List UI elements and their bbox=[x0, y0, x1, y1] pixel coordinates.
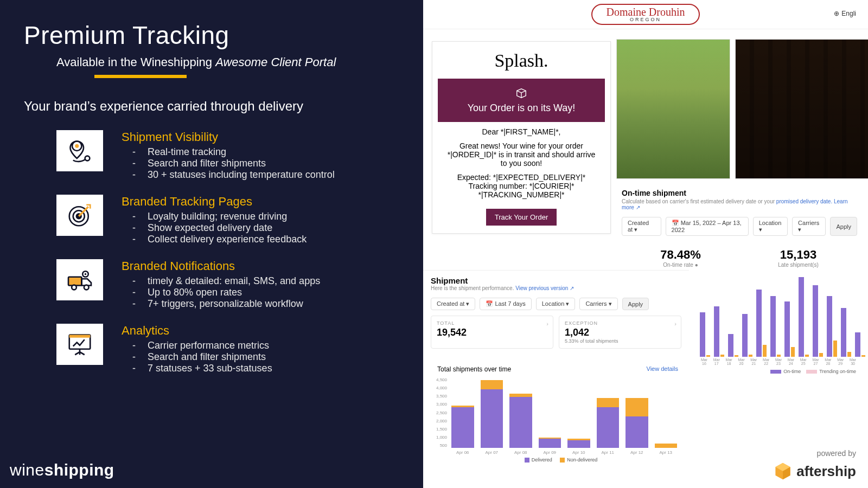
feature-bullet: Loyalty building; revenue driving bbox=[122, 211, 307, 222]
panel-title: Shipment bbox=[431, 276, 681, 285]
tagline: Your brand’s experience carried through … bbox=[16, 99, 423, 114]
email-expected: Expected: *|EXPECTED_DELIVERY|* bbox=[457, 173, 586, 182]
feature-heading: Branded Notifications bbox=[122, 259, 320, 273]
feature-bullet: Collect delivery experience feedback bbox=[122, 234, 307, 245]
feature-bullet: Carrier performance metrics bbox=[122, 340, 272, 351]
panel-subtitle: Calculate based on carrier's first estim… bbox=[622, 198, 776, 204]
feature-analytics: Analytics Carrier performance metrics Se… bbox=[56, 324, 423, 374]
feature-notifications: Branded Notifications timely & detailed:… bbox=[56, 259, 423, 310]
feature-heading: Shipment Visibility bbox=[122, 130, 335, 144]
chevron-right-icon: › bbox=[674, 320, 676, 327]
barrel-room-photo bbox=[735, 39, 868, 179]
created-at-filter[interactable]: Created at ▾ bbox=[622, 217, 661, 236]
feature-bullet: Show expected delivery date bbox=[122, 222, 307, 234]
accent-rule bbox=[94, 75, 187, 78]
feature-bullet: timely & detailed: email, SMS, and apps bbox=[122, 275, 320, 287]
delivery-truck-icon bbox=[56, 259, 103, 300]
location-filter[interactable]: Location ▾ bbox=[536, 298, 576, 310]
email-courier: Tracking number: *|COURIER|* bbox=[468, 182, 574, 190]
card-label: TOTAL bbox=[437, 320, 547, 326]
target-icon bbox=[56, 195, 103, 236]
carriers-filter[interactable]: Carriers ▾ bbox=[792, 217, 826, 236]
wineshipping-logo: wineshipping bbox=[10, 461, 114, 479]
svg-point-8 bbox=[84, 285, 89, 290]
on-time-daily-chart: Mar 16Mar 17Mar 18Mar 20Mar 21Mar 22Mar … bbox=[694, 269, 863, 383]
svg-point-2 bbox=[85, 156, 90, 161]
feature-tracking-pages: Branded Tracking Pages Loyalty building;… bbox=[56, 195, 423, 245]
aftership-logo: aftership bbox=[774, 462, 856, 480]
feature-bullet: Real-time tracking bbox=[122, 146, 335, 158]
legend-trending: Trending on-time bbox=[819, 369, 856, 374]
track-order-button[interactable]: Track Your Order bbox=[486, 209, 557, 226]
feature-visibility: Shipment Visibility Real-time tracking S… bbox=[56, 130, 423, 181]
created-at-filter[interactable]: Created at ▾ bbox=[431, 298, 475, 310]
feature-heading: Analytics bbox=[122, 324, 272, 338]
card-label: EXCEPTION bbox=[565, 320, 675, 326]
feature-bullet: 7 statuses + 33 sub-statuses bbox=[122, 363, 272, 374]
feature-bullet: 7+ triggers, personalizable workflow bbox=[122, 298, 320, 310]
date-range-filter[interactable]: 📅 Mar 15, 2022 – Apr 13, 2022 bbox=[666, 217, 749, 236]
feature-bullet: 30 + statuses including temperature cont… bbox=[122, 169, 335, 181]
email-tracking-number: *|TRACKING_NUMBER|* bbox=[478, 190, 565, 199]
panel-subtitle: Here is the shipment performance. bbox=[431, 285, 515, 291]
svg-rect-6 bbox=[68, 277, 82, 286]
feature-bullet: Search and filter shipments bbox=[122, 158, 335, 169]
kpi-label: Late shipment(s) bbox=[739, 262, 857, 268]
chart-title: Total shipments over time bbox=[437, 365, 511, 373]
svg-point-1 bbox=[75, 144, 79, 148]
svg-rect-12 bbox=[69, 335, 91, 338]
feature-bullet: Search and filter shipments bbox=[122, 351, 272, 363]
panel-title: On-time shipment bbox=[622, 189, 857, 197]
brand-part-b: shipping bbox=[44, 461, 114, 479]
aftership-wordmark: aftership bbox=[796, 463, 856, 480]
legend-on-time: On-time bbox=[783, 369, 801, 374]
date-range-filter[interactable]: 📅 Last 7 days bbox=[480, 298, 531, 310]
feature-list: Shipment Visibility Real-time tracking S… bbox=[56, 130, 423, 374]
email-hero-text: Your Order is on its Way! bbox=[468, 102, 576, 114]
view-details-link[interactable]: View details bbox=[647, 365, 679, 373]
apply-button[interactable]: Apply bbox=[622, 298, 649, 310]
total-shipments-chart: Total shipments over time View details 4… bbox=[433, 363, 682, 466]
subtitle-part-a: Available in the Wineshipping bbox=[56, 55, 215, 69]
card-value: 1,042 bbox=[565, 327, 675, 338]
language-selector[interactable]: Engli bbox=[834, 10, 856, 17]
presentation-chart-icon bbox=[56, 324, 103, 365]
dd-logo-subtext: OREGON bbox=[607, 17, 685, 22]
total-card[interactable]: › TOTAL 19,542 bbox=[431, 316, 553, 349]
card-value: 19,542 bbox=[437, 327, 547, 338]
svg-point-10 bbox=[85, 273, 87, 275]
vineyard-photo bbox=[616, 39, 730, 179]
slide-title: Premium Tracking bbox=[24, 21, 423, 50]
exception-card[interactable]: › EXCEPTION 1,042 5.33% of total shipmen… bbox=[559, 316, 681, 349]
previous-version-link[interactable]: View previous version ↗ bbox=[515, 285, 574, 291]
email-preview: Splash. Your Order is on its Way! Dear *… bbox=[432, 41, 611, 234]
package-icon bbox=[515, 87, 527, 99]
apply-button[interactable]: Apply bbox=[830, 217, 857, 236]
powered-by-label: powered by bbox=[817, 449, 856, 458]
header-bar: Domaine Drouhin OREGON Engli bbox=[423, 0, 868, 29]
email-hero: Your Order is on its Way! bbox=[438, 79, 605, 122]
domaine-drouhin-logo: Domaine Drouhin OREGON bbox=[591, 4, 700, 25]
card-extra: 5.33% of total shipments bbox=[565, 338, 675, 344]
slide-subtitle: Available in the Wineshipping Awesome Cl… bbox=[56, 55, 423, 69]
legend-delivered: Delivered bbox=[532, 457, 552, 463]
subtitle-part-b: Awesome Client Portal bbox=[215, 55, 336, 69]
splash-logo: Splash. bbox=[438, 50, 605, 71]
dd-logo-text: Domaine Drouhin bbox=[607, 6, 685, 18]
legend-nondelivered: Non-delivered bbox=[567, 457, 597, 463]
brand-part-a: wine bbox=[10, 461, 44, 479]
svg-point-7 bbox=[72, 285, 76, 290]
kpi-ontime-rate: 78.48% bbox=[622, 248, 739, 262]
aftership-box-icon bbox=[774, 462, 792, 480]
feature-heading: Branded Tracking Pages bbox=[122, 195, 307, 209]
carriers-filter[interactable]: Carriers ▾ bbox=[579, 298, 617, 310]
location-filter[interactable]: Location ▾ bbox=[753, 217, 788, 236]
feature-bullet: Up to 80% open rates bbox=[122, 287, 320, 298]
location-pin-icon bbox=[56, 130, 103, 171]
kpi-late-shipments: 15,193 bbox=[739, 248, 857, 262]
shipment-panel: Shipment Here is the shipment performanc… bbox=[423, 270, 689, 354]
on-time-shipment-panel: On-time shipment Calculate based on carr… bbox=[616, 184, 863, 274]
kpi-label: On-time rate ● bbox=[622, 262, 739, 268]
email-greeting: Dear *|FIRST_NAME|*, bbox=[445, 127, 597, 136]
chevron-right-icon: › bbox=[546, 320, 548, 327]
